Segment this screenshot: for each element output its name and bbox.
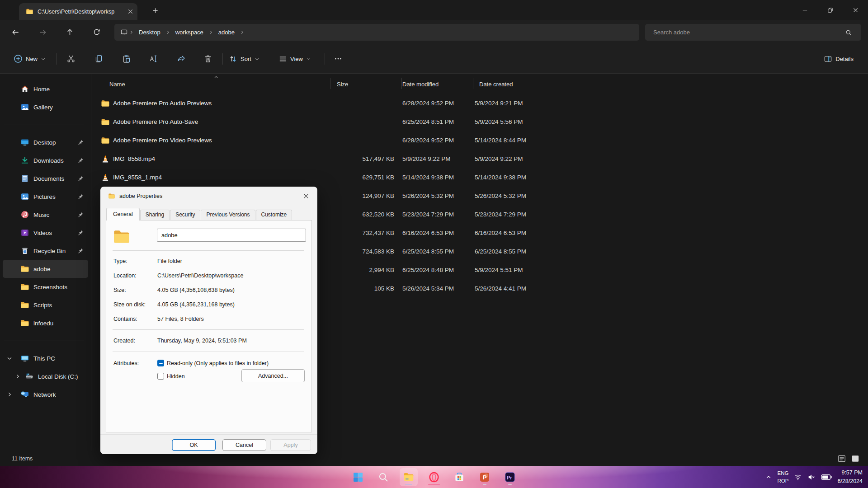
sidebar-item-recycle-bin[interactable]: Recycle Bin xyxy=(3,242,88,260)
taskbar-start-button[interactable] xyxy=(349,468,367,486)
breadcrumb-item-adobe[interactable]: adobe xyxy=(214,29,239,36)
new-tab-button[interactable] xyxy=(149,5,161,16)
file-date-created: 5/9/2024 5:51 PM xyxy=(473,267,550,273)
new-button[interactable]: New xyxy=(14,44,46,73)
hidden-label: Hidden xyxy=(167,373,185,380)
dialog-tab-general[interactable]: General xyxy=(106,208,140,221)
sidebar-item-label: Home xyxy=(33,86,50,93)
clock[interactable]: 9:57 PM 6/28/2024 xyxy=(837,469,863,486)
advanced-button[interactable]: Advanced... xyxy=(241,369,305,382)
more-options-button[interactable] xyxy=(330,51,346,67)
paste-icon xyxy=(122,54,131,63)
hidden-checkbox[interactable] xyxy=(157,373,164,380)
details-pane-button[interactable]: Details xyxy=(824,44,854,73)
ok-button[interactable]: OK xyxy=(172,439,216,451)
sidebar-item-downloads[interactable]: Downloads xyxy=(3,151,88,169)
file-date-created: 5/14/2024 9:38 PM xyxy=(473,174,550,181)
back-button[interactable] xyxy=(8,24,23,40)
list-view-toggle[interactable] xyxy=(837,454,846,463)
share-button[interactable] xyxy=(173,51,189,67)
sidebar-item-documents[interactable]: Documents xyxy=(3,169,88,188)
table-row[interactable]: Adobe Premiere Pro Audio Previews6/28/20… xyxy=(91,94,868,113)
minimize-button[interactable] xyxy=(792,0,817,20)
explorer-icon xyxy=(403,471,415,483)
forward-button[interactable] xyxy=(35,24,50,40)
taskbar-search-button[interactable] xyxy=(374,468,392,486)
dialog-tab-security[interactable]: Security xyxy=(170,210,200,220)
table-row[interactable]: IMG_8558_1.mp4629,751 KB5/14/2024 9:38 P… xyxy=(91,168,868,187)
chevron-slot xyxy=(6,86,13,92)
grid-view-toggle[interactable] xyxy=(851,454,860,463)
column-header-name[interactable]: Name xyxy=(91,81,330,88)
tray-chevron-icon[interactable] xyxy=(765,474,772,480)
monitor-icon xyxy=(120,28,128,36)
taskbar-premiere-pro-button[interactable]: Pr xyxy=(501,468,519,486)
column-divider[interactable] xyxy=(330,78,330,89)
readonly-checkbox[interactable] xyxy=(157,360,164,366)
taskbar-file-explorer-button[interactable] xyxy=(400,468,418,486)
pin-icon xyxy=(77,175,84,182)
search-input[interactable]: Search adobe xyxy=(645,24,861,41)
dialog-tab-sharing[interactable]: Sharing xyxy=(140,210,170,220)
wifi-icon[interactable] xyxy=(794,473,802,481)
sidebar-item-home[interactable]: Home xyxy=(3,80,88,98)
sidebar-item-local-disk-c[interactable]: Local Disk (C:) xyxy=(3,367,88,385)
chevron-down-icon[interactable] xyxy=(6,355,13,361)
sidebar-item-scripts[interactable]: Scripts xyxy=(3,296,88,314)
copy-button[interactable] xyxy=(90,51,107,67)
sidebar-item-gallery[interactable]: Gallery xyxy=(3,98,88,116)
delete-button[interactable] xyxy=(200,51,216,67)
column-divider[interactable] xyxy=(550,78,550,89)
taskbar-opera-gx-button[interactable] xyxy=(425,468,443,486)
breadcrumb-item-desktop[interactable]: Desktop xyxy=(135,29,165,36)
sidebar-item-desktop[interactable]: Desktop xyxy=(3,133,88,151)
sidebar-item-music[interactable]: Music xyxy=(3,206,88,224)
up-button[interactable] xyxy=(62,24,77,40)
view-button[interactable]: View xyxy=(278,44,311,73)
chevron-right-icon[interactable] xyxy=(14,373,21,380)
file-date-created: 5/26/2024 5:32 PM xyxy=(473,192,550,199)
taskbar-microsoft-store-button[interactable] xyxy=(450,468,468,486)
table-row[interactable]: IMG_8558.mp4517,497 KB5/9/2024 9:22 PM5/… xyxy=(91,150,868,168)
volume-muted-icon[interactable] xyxy=(807,473,816,481)
sidebar-item-infoedu[interactable]: infoedu xyxy=(3,314,88,332)
breadcrumb-item-workspace[interactable]: workspace xyxy=(171,29,208,36)
dialog-general-page: Type:File folderLocation:C:\Users\Petri\… xyxy=(106,220,312,432)
taskbar-powerpoint-button[interactable]: P xyxy=(476,468,494,486)
maximize-button[interactable] xyxy=(817,0,843,20)
column-divider[interactable] xyxy=(401,78,402,89)
sidebar-item-adobe[interactable]: adobe xyxy=(3,260,88,278)
tab-close-icon[interactable] xyxy=(127,8,134,15)
dialog-tab-previous-versions[interactable]: Previous Versions xyxy=(201,210,255,220)
language-line1: ENG xyxy=(777,470,788,476)
cut-button[interactable] xyxy=(63,51,79,67)
column-header-date-created[interactable]: Date created xyxy=(473,81,550,88)
explorer-tab[interactable]: C:\Users\Petri\Desktop\worksp xyxy=(19,3,137,20)
refresh-button[interactable] xyxy=(89,24,104,40)
language-indicator[interactable]: ENG ROP xyxy=(777,469,788,484)
readonly-label: Read-only (Only applies to files in fold… xyxy=(167,360,269,366)
apply-button[interactable]: Apply xyxy=(270,439,311,451)
sidebar-item-pictures[interactable]: Pictures xyxy=(3,188,88,206)
rename-button[interactable] xyxy=(145,51,161,67)
tab-title: C:\Users\Petri\Desktop\worksp xyxy=(38,9,123,15)
dialog-close-button[interactable] xyxy=(299,189,313,203)
close-button[interactable] xyxy=(843,0,868,20)
battery-icon[interactable] xyxy=(821,474,832,480)
dialog-field-location: Location:C:\Users\Petri\Desktop\workspac… xyxy=(113,272,305,280)
folder-name-input[interactable] xyxy=(157,229,306,242)
sort-button[interactable]: Sort xyxy=(229,44,259,73)
column-header-size[interactable]: Size xyxy=(330,81,401,88)
column-header-date-modified[interactable]: Date modified xyxy=(401,81,473,88)
sidebar-item-network[interactable]: Network xyxy=(3,385,88,404)
cancel-button[interactable]: Cancel xyxy=(222,439,266,451)
chevron-right-icon[interactable] xyxy=(6,391,13,398)
sidebar-item-videos[interactable]: Videos xyxy=(3,224,88,242)
column-divider[interactable] xyxy=(473,78,473,89)
table-row[interactable]: Adobe Premiere Pro Auto-Save6/25/2024 8:… xyxy=(91,113,868,131)
sidebar-item-this-pc[interactable]: This PC xyxy=(3,349,88,367)
sidebar-item-screenshots[interactable]: Screenshots xyxy=(3,278,88,296)
table-row[interactable]: Adobe Premiere Pro Video Previews6/28/20… xyxy=(91,131,868,150)
dialog-tab-customize[interactable]: Customize xyxy=(256,210,292,220)
paste-button[interactable] xyxy=(118,51,135,67)
